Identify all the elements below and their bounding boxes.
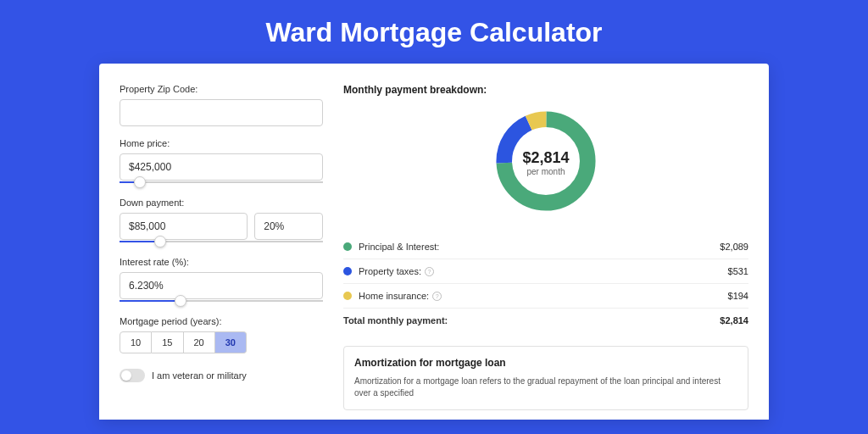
legend-row-principal: Principal & Interest: $2,089	[343, 235, 748, 259]
donut-chart: $2,814 per month	[491, 106, 601, 220]
zip-field: Property Zip Code:	[120, 84, 323, 126]
price-label: Home price:	[120, 138, 323, 148]
veteran-label: I am veteran or military	[152, 370, 247, 381]
down-slider[interactable]	[120, 238, 323, 245]
veteran-toggle[interactable]	[120, 369, 145, 382]
amortization-body: Amortization for a mortgage loan refers …	[354, 376, 737, 399]
zip-label: Property Zip Code:	[120, 84, 323, 94]
legend-row-insurance: Home insurance: ? $194	[343, 284, 748, 309]
info-icon[interactable]: ?	[425, 267, 434, 276]
legend-row-taxes: Property taxes: ? $531	[343, 259, 748, 284]
legend-value: $2,089	[720, 242, 748, 252]
zip-input[interactable]	[120, 99, 323, 126]
total-value: $2,814	[720, 315, 748, 326]
legend-value: $194	[728, 291, 748, 301]
rate-label: Interest rate (%):	[120, 257, 323, 267]
donut-amount: $2,814	[522, 149, 569, 167]
down-amount-input[interactable]	[120, 213, 248, 240]
period-field: Mortgage period (years): 10 15 20 30	[120, 316, 323, 353]
breakdown-column: Monthly payment breakdown: $2,814 per mo…	[343, 84, 748, 420]
breakdown-title: Monthly payment breakdown:	[343, 84, 748, 96]
amortization-title: Amortization for mortgage loan	[354, 357, 737, 369]
period-btn-30[interactable]: 30	[215, 331, 247, 353]
period-label: Mortgage period (years):	[120, 316, 323, 326]
price-field: Home price:	[120, 138, 323, 186]
legend-dot-icon	[343, 242, 352, 251]
rate-slider[interactable]	[120, 298, 323, 304]
legend-label: Property taxes: ?	[359, 266, 728, 276]
donut-sub: per month	[522, 167, 569, 176]
price-input[interactable]	[120, 153, 323, 181]
rate-input[interactable]	[120, 272, 323, 299]
form-column: Property Zip Code: Home price: Down paym…	[120, 84, 323, 420]
donut-chart-wrap: $2,814 per month	[343, 106, 748, 220]
slider-thumb[interactable]	[134, 176, 146, 188]
period-btn-10[interactable]: 10	[120, 331, 152, 353]
period-btn-15[interactable]: 15	[152, 331, 183, 353]
slider-thumb[interactable]	[175, 295, 186, 307]
info-icon[interactable]: ?	[432, 292, 442, 301]
total-label: Total monthly payment:	[343, 315, 720, 326]
page-title: Ward Mortgage Calculator	[0, 0, 868, 64]
amortization-box: Amortization for mortgage loan Amortizat…	[343, 346, 748, 410]
legend-dot-icon	[343, 292, 352, 300]
period-btn-20[interactable]: 20	[184, 331, 215, 353]
legend-label: Principal & Interest:	[359, 242, 720, 252]
legend-value: $531	[728, 266, 748, 276]
legend: Principal & Interest: $2,089 Property ta…	[343, 235, 748, 332]
down-field: Down payment:	[120, 198, 323, 245]
down-percent-input[interactable]	[254, 213, 323, 240]
slider-thumb[interactable]	[154, 236, 166, 248]
period-button-group: 10 15 20 30	[120, 331, 323, 353]
down-label: Down payment:	[120, 198, 323, 208]
legend-label: Home insurance: ?	[359, 291, 728, 301]
price-slider[interactable]	[120, 179, 323, 186]
legend-row-total: Total monthly payment: $2,814	[343, 309, 748, 332]
veteran-toggle-row: I am veteran or military	[120, 369, 323, 382]
calculator-card: Property Zip Code: Home price: Down paym…	[99, 64, 769, 420]
legend-dot-icon	[343, 267, 352, 275]
rate-field: Interest rate (%):	[120, 257, 323, 304]
donut-center: $2,814 per month	[522, 149, 569, 176]
